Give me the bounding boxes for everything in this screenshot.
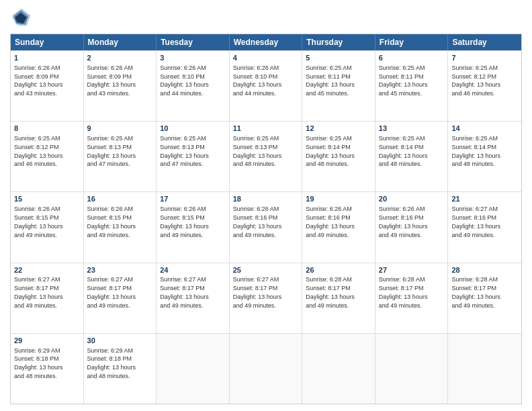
calendar-cell: 1Sunrise: 6:26 AM Sunset: 8:09 PM Daylig… xyxy=(11,51,84,121)
calendar-cell: 6Sunrise: 6:25 AM Sunset: 8:11 PM Daylig… xyxy=(375,51,449,121)
day-info: Sunrise: 6:26 AM Sunset: 8:16 PM Dayligh… xyxy=(379,205,428,238)
weekday-header: Tuesday xyxy=(157,34,230,50)
weekday-header: Friday xyxy=(375,34,449,50)
weekday-header: Monday xyxy=(84,34,157,50)
day-number: 28 xyxy=(451,265,518,275)
weekday-header: Sunday xyxy=(11,34,84,50)
day-number: 6 xyxy=(379,53,445,63)
day-info: Sunrise: 6:26 AM Sunset: 8:15 PM Dayligh… xyxy=(160,205,209,238)
day-number: 12 xyxy=(306,124,371,134)
day-info: Sunrise: 6:26 AM Sunset: 8:10 PM Dayligh… xyxy=(160,64,209,97)
day-number: 3 xyxy=(160,53,226,63)
calendar-cell: 21Sunrise: 6:27 AM Sunset: 8:16 PM Dayli… xyxy=(448,192,521,262)
calendar-cell: 26Sunrise: 6:28 AM Sunset: 8:17 PM Dayli… xyxy=(302,263,375,333)
day-number: 11 xyxy=(233,124,299,134)
day-number: 4 xyxy=(233,53,299,63)
day-info: Sunrise: 6:28 AM Sunset: 8:17 PM Dayligh… xyxy=(306,276,355,308)
day-number: 30 xyxy=(87,336,153,346)
day-number: 13 xyxy=(379,124,445,134)
calendar-cell: 8Sunrise: 6:25 AM Sunset: 8:12 PM Daylig… xyxy=(11,122,84,191)
day-info: Sunrise: 6:25 AM Sunset: 8:14 PM Dayligh… xyxy=(451,135,500,167)
calendar-cell: 23Sunrise: 6:27 AM Sunset: 8:17 PM Dayli… xyxy=(84,263,157,333)
calendar-row: 1Sunrise: 6:26 AM Sunset: 8:09 PM Daylig… xyxy=(11,50,521,121)
day-number: 2 xyxy=(87,53,153,63)
day-info: Sunrise: 6:25 AM Sunset: 8:12 PM Dayligh… xyxy=(451,64,500,97)
calendar-cell: 15Sunrise: 6:26 AM Sunset: 8:15 PM Dayli… xyxy=(11,192,84,262)
weekday-header: Wednesday xyxy=(230,34,303,50)
calendar-cell xyxy=(375,334,449,404)
day-info: Sunrise: 6:26 AM Sunset: 8:15 PM Dayligh… xyxy=(87,205,136,238)
day-info: Sunrise: 6:26 AM Sunset: 8:10 PM Dayligh… xyxy=(233,64,282,97)
day-number: 27 xyxy=(379,265,445,275)
day-number: 21 xyxy=(451,194,518,204)
page: SundayMondayTuesdayWednesdayThursdayFrid… xyxy=(0,0,532,411)
calendar-row: 29Sunrise: 6:29 AM Sunset: 8:18 PM Dayli… xyxy=(11,333,521,404)
calendar-cell: 18Sunrise: 6:26 AM Sunset: 8:16 PM Dayli… xyxy=(230,192,303,262)
day-info: Sunrise: 6:27 AM Sunset: 8:17 PM Dayligh… xyxy=(233,276,282,308)
calendar-cell: 22Sunrise: 6:27 AM Sunset: 8:17 PM Dayli… xyxy=(11,263,84,333)
logo xyxy=(10,7,34,28)
day-number: 14 xyxy=(451,124,518,134)
calendar-cell: 4Sunrise: 6:26 AM Sunset: 8:10 PM Daylig… xyxy=(230,51,303,121)
day-number: 25 xyxy=(233,265,299,275)
day-info: Sunrise: 6:25 AM Sunset: 8:13 PM Dayligh… xyxy=(233,135,282,167)
day-info: Sunrise: 6:25 AM Sunset: 8:14 PM Dayligh… xyxy=(306,135,355,167)
calendar: SundayMondayTuesdayWednesdayThursdayFrid… xyxy=(10,34,522,404)
day-number: 20 xyxy=(379,194,445,204)
day-number: 26 xyxy=(306,265,371,275)
calendar-cell xyxy=(448,334,521,404)
day-number: 24 xyxy=(160,265,226,275)
calendar-cell: 24Sunrise: 6:27 AM Sunset: 8:17 PM Dayli… xyxy=(157,263,230,333)
calendar-cell: 10Sunrise: 6:25 AM Sunset: 8:13 PM Dayli… xyxy=(157,122,230,191)
day-number: 1 xyxy=(14,53,80,63)
weekday-header: Saturday xyxy=(448,34,521,50)
calendar-cell: 14Sunrise: 6:25 AM Sunset: 8:14 PM Dayli… xyxy=(448,122,521,191)
day-info: Sunrise: 6:25 AM Sunset: 8:11 PM Dayligh… xyxy=(306,64,355,97)
day-info: Sunrise: 6:29 AM Sunset: 8:18 PM Dayligh… xyxy=(87,347,136,379)
day-info: Sunrise: 6:29 AM Sunset: 8:18 PM Dayligh… xyxy=(14,347,63,379)
calendar-header: SundayMondayTuesdayWednesdayThursdayFrid… xyxy=(11,34,521,50)
day-number: 19 xyxy=(306,194,371,204)
calendar-cell xyxy=(230,334,303,404)
day-number: 17 xyxy=(160,194,226,204)
day-number: 5 xyxy=(306,53,371,63)
day-number: 8 xyxy=(14,124,80,134)
calendar-cell: 19Sunrise: 6:26 AM Sunset: 8:16 PM Dayli… xyxy=(302,192,375,262)
logo-icon xyxy=(10,7,32,28)
calendar-row: 8Sunrise: 6:25 AM Sunset: 8:12 PM Daylig… xyxy=(11,121,521,191)
calendar-cell: 12Sunrise: 6:25 AM Sunset: 8:14 PM Dayli… xyxy=(302,122,375,191)
calendar-cell xyxy=(302,334,375,404)
day-info: Sunrise: 6:28 AM Sunset: 8:17 PM Dayligh… xyxy=(451,276,500,308)
day-info: Sunrise: 6:27 AM Sunset: 8:17 PM Dayligh… xyxy=(87,276,136,308)
day-info: Sunrise: 6:25 AM Sunset: 8:12 PM Dayligh… xyxy=(14,135,63,167)
day-number: 15 xyxy=(14,194,80,204)
calendar-cell: 5Sunrise: 6:25 AM Sunset: 8:11 PM Daylig… xyxy=(302,51,375,121)
day-info: Sunrise: 6:28 AM Sunset: 8:17 PM Dayligh… xyxy=(379,276,428,308)
day-info: Sunrise: 6:27 AM Sunset: 8:17 PM Dayligh… xyxy=(14,276,63,308)
calendar-cell: 29Sunrise: 6:29 AM Sunset: 8:18 PM Dayli… xyxy=(11,334,84,404)
day-info: Sunrise: 6:26 AM Sunset: 8:15 PM Dayligh… xyxy=(14,205,63,238)
day-info: Sunrise: 6:26 AM Sunset: 8:16 PM Dayligh… xyxy=(233,205,282,238)
day-number: 7 xyxy=(451,53,518,63)
calendar-row: 15Sunrise: 6:26 AM Sunset: 8:15 PM Dayli… xyxy=(11,191,521,262)
day-info: Sunrise: 6:25 AM Sunset: 8:14 PM Dayligh… xyxy=(379,135,428,167)
calendar-cell: 28Sunrise: 6:28 AM Sunset: 8:17 PM Dayli… xyxy=(448,263,521,333)
calendar-cell: 20Sunrise: 6:26 AM Sunset: 8:16 PM Dayli… xyxy=(375,192,449,262)
day-info: Sunrise: 6:25 AM Sunset: 8:11 PM Dayligh… xyxy=(379,64,428,97)
day-number: 29 xyxy=(14,336,80,346)
header xyxy=(10,7,522,28)
calendar-cell: 3Sunrise: 6:26 AM Sunset: 8:10 PM Daylig… xyxy=(157,51,230,121)
day-info: Sunrise: 6:25 AM Sunset: 8:13 PM Dayligh… xyxy=(160,135,209,167)
calendar-cell: 30Sunrise: 6:29 AM Sunset: 8:18 PM Dayli… xyxy=(84,334,157,404)
calendar-cell: 25Sunrise: 6:27 AM Sunset: 8:17 PM Dayli… xyxy=(230,263,303,333)
calendar-cell: 7Sunrise: 6:25 AM Sunset: 8:12 PM Daylig… xyxy=(448,51,521,121)
day-number: 23 xyxy=(87,265,153,275)
calendar-cell: 17Sunrise: 6:26 AM Sunset: 8:15 PM Dayli… xyxy=(157,192,230,262)
weekday-header: Thursday xyxy=(302,34,375,50)
day-info: Sunrise: 6:26 AM Sunset: 8:09 PM Dayligh… xyxy=(87,64,136,97)
calendar-row: 22Sunrise: 6:27 AM Sunset: 8:17 PM Dayli… xyxy=(11,263,521,333)
calendar-cell: 11Sunrise: 6:25 AM Sunset: 8:13 PM Dayli… xyxy=(230,122,303,191)
calendar-cell: 27Sunrise: 6:28 AM Sunset: 8:17 PM Dayli… xyxy=(375,263,449,333)
calendar-cell: 2Sunrise: 6:26 AM Sunset: 8:09 PM Daylig… xyxy=(84,51,157,121)
day-info: Sunrise: 6:26 AM Sunset: 8:09 PM Dayligh… xyxy=(14,64,63,97)
